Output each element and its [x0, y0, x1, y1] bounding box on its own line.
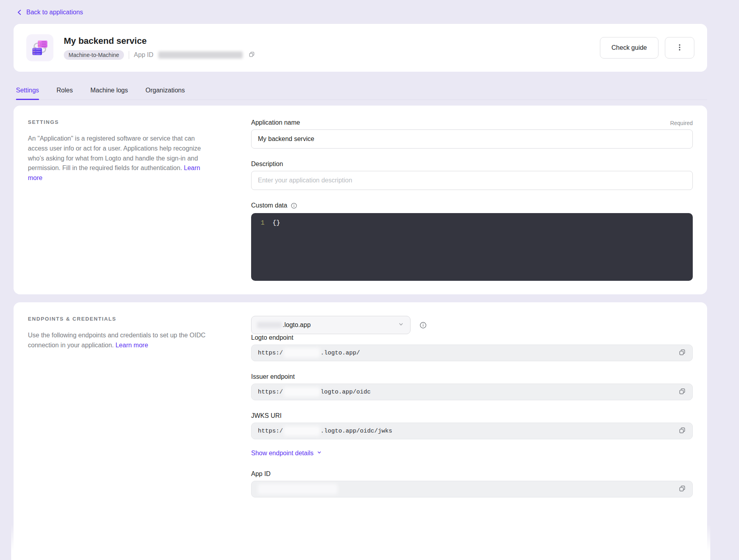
settings-side-panel: SETTINGS An "Application" is a registere… [28, 119, 215, 183]
jwks-uri-label-row: JWKS URI [251, 412, 693, 419]
application-detail-page: Back to applications [0, 0, 739, 560]
application-name-field-group: Application name Required [251, 119, 693, 149]
chevron-down-icon [316, 450, 322, 457]
endpoints-form: .logto.app Logto endpoint https:/ .logto… [251, 316, 693, 497]
endpoints-learn-more-link[interactable]: Learn more [116, 342, 148, 349]
application-name-input[interactable] [251, 129, 693, 149]
custom-data-json-editor[interactable]: 1 {} [251, 213, 693, 281]
copy-icon [678, 349, 686, 357]
jwks-uri-suffix: .logto.app/oidc/jwks [320, 428, 392, 435]
app-id-value-field [251, 481, 693, 497]
redacted-tenant-id [283, 387, 320, 397]
copy-icon [678, 427, 686, 435]
custom-data-label-row: Custom data [251, 202, 693, 209]
application-name-label: Application name [251, 119, 300, 126]
redacted-tenant-id [283, 426, 320, 436]
app-detail-tabs: Settings Roles Machine logs Organization… [14, 87, 707, 100]
application-name-label-row: Application name Required [251, 119, 693, 126]
endpoints-section-title: ENDPOINTS & CREDENTIALS [28, 316, 215, 322]
issuer-endpoint-label-row: Issuer endpoint [251, 373, 693, 380]
info-icon[interactable] [419, 321, 427, 329]
settings-card: SETTINGS An "Application" is a registere… [14, 106, 707, 294]
logto-endpoint-suffix: .logto.app/ [320, 350, 360, 356]
meta-divider [129, 51, 129, 59]
issuer-endpoint-value-field: https:/ logto.app/oidc [251, 384, 693, 400]
app-meta-row: Machine-to-Machine App ID [64, 50, 600, 60]
logto-endpoint-value-field: https:/ .logto.app/ [251, 345, 693, 361]
description-label-row: Description [251, 161, 693, 168]
copy-issuer-endpoint-button[interactable] [675, 385, 689, 399]
back-chevron-icon [17, 9, 22, 16]
copy-icon [678, 485, 686, 493]
domain-select-row: .logto.app [251, 316, 693, 334]
app-header-card: My backend service Machine-to-Machine Ap… [14, 24, 707, 72]
logto-endpoint-field-group: Logto endpoint https:/ .logto.app/ [251, 334, 693, 361]
jwks-uri-label: JWKS URI [251, 412, 281, 419]
description-field-group: Description [251, 161, 693, 190]
description-label: Description [251, 161, 283, 168]
app-id-field-group: App ID [251, 470, 693, 497]
settings-form: Application name Required Description Cu… [251, 119, 693, 281]
editor-content: {} [273, 219, 280, 227]
editor-line-number: 1 [261, 219, 265, 227]
logto-endpoint-prefix: https:/ [258, 350, 283, 356]
app-id-redacted-value [158, 51, 243, 59]
issuer-endpoint-suffix: logto.app/oidc [320, 389, 371, 396]
app-id-label: App ID [134, 51, 153, 59]
domain-select[interactable]: .logto.app [251, 316, 411, 334]
copy-jwks-uri-button[interactable] [675, 424, 689, 438]
check-guide-button[interactable]: Check guide [600, 37, 658, 59]
tab-organizations[interactable]: Organizations [145, 87, 185, 100]
back-to-applications-link[interactable]: Back to applications [17, 9, 83, 16]
redacted-tenant-id [283, 348, 320, 358]
endpoints-section-description: Use the following endpoints and credenti… [28, 331, 215, 350]
kebab-icon [676, 43, 683, 53]
domain-redacted-prefix [257, 322, 282, 328]
custom-data-field-group: Custom data 1 {} [251, 202, 693, 281]
app-id-label-row: App ID [251, 470, 693, 478]
endpoints-side-panel: ENDPOINTS & CREDENTIALS Use the followin… [28, 316, 215, 350]
app-header-info: My backend service Machine-to-Machine Ap… [64, 36, 600, 60]
redacted-app-id [258, 484, 338, 494]
custom-data-label: Custom data [251, 202, 287, 209]
logto-endpoint-label: Logto endpoint [251, 334, 293, 341]
description-input[interactable] [251, 171, 693, 190]
tab-roles[interactable]: Roles [57, 87, 73, 100]
app-type-badge: Machine-to-Machine [64, 50, 124, 60]
machine-to-machine-app-icon [26, 34, 53, 61]
logto-endpoint-label-row: Logto endpoint [251, 334, 693, 341]
endpoints-credentials-card: ENDPOINTS & CREDENTIALS Use the followin… [14, 302, 707, 560]
copy-logto-endpoint-button[interactable] [675, 346, 689, 360]
copy-app-id-button[interactable] [248, 50, 256, 60]
jwks-uri-value-field: https:/ .logto.app/oidc/jwks [251, 423, 693, 439]
app-id-field-label: App ID [251, 470, 271, 478]
copy-icon [248, 51, 255, 59]
issuer-endpoint-prefix: https:/ [258, 389, 283, 396]
page-title: My backend service [64, 36, 600, 46]
issuer-endpoint-field-group: Issuer endpoint https:/ logto.app/oidc [251, 373, 693, 400]
back-link-label: Back to applications [26, 9, 83, 16]
info-icon[interactable] [291, 202, 297, 209]
chevron-down-icon [397, 321, 405, 329]
domain-select-value: .logto.app [283, 321, 311, 329]
issuer-endpoint-label: Issuer endpoint [251, 373, 295, 380]
header-actions: Check guide [600, 37, 694, 59]
tab-settings[interactable]: Settings [16, 87, 39, 100]
jwks-uri-field-group: JWKS URI https:/ .logto.app/oidc/jwks [251, 412, 693, 439]
more-actions-button[interactable] [665, 37, 694, 59]
copy-app-id-field-button[interactable] [675, 482, 689, 496]
required-hint: Required [670, 120, 693, 126]
jwks-uri-prefix: https:/ [258, 428, 283, 435]
tab-machine-logs[interactable]: Machine logs [90, 87, 128, 100]
copy-icon [678, 388, 686, 396]
settings-section-description: An "Application" is a registered softwar… [28, 134, 215, 183]
settings-section-title: SETTINGS [28, 119, 215, 125]
show-endpoint-details-link[interactable]: Show endpoint details [251, 450, 322, 457]
